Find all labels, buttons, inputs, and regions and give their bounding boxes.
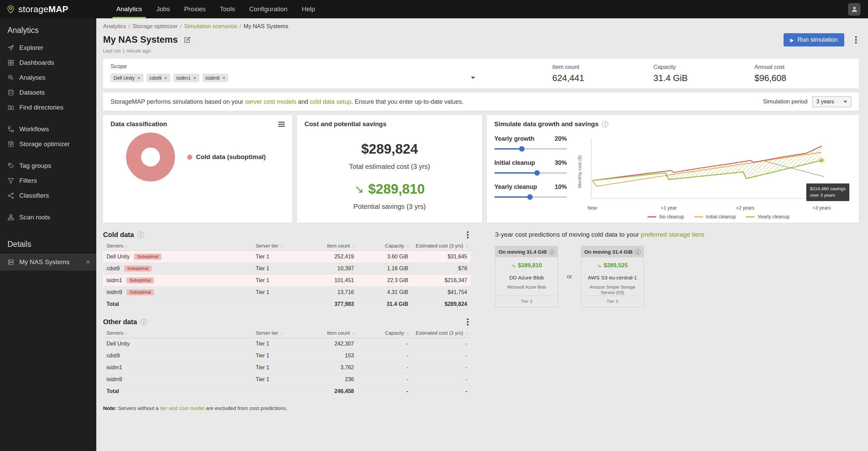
breadcrumb-analytics[interactable]: Analytics [103, 23, 126, 30]
storage-optimizer-icon [7, 141, 14, 148]
scope-tag-chip[interactable]: isidm9× [202, 74, 229, 82]
prediction-tier: Tier 3 [581, 296, 644, 307]
other-data-kebab-menu[interactable] [465, 318, 471, 326]
page-kebab-menu[interactable] [853, 36, 859, 43]
remove-tag-icon[interactable]: × [222, 75, 225, 81]
sidebar-item-storage-optimizer[interactable]: Storage optimizer [0, 137, 96, 152]
user-menu-button[interactable] [848, 3, 861, 16]
nav-proxies[interactable]: Proxies [177, 0, 213, 18]
table-row[interactable]: cdot9 Tier 1 153 - - [103, 350, 471, 362]
sort-icon: ↑ [125, 244, 127, 249]
run-simulation-button[interactable]: ▶ Run simulation [784, 33, 844, 46]
sidebar-item-filters[interactable]: Filters [0, 173, 96, 188]
nav-analytics[interactable]: Analytics [109, 0, 149, 18]
cold-data-setup-link[interactable]: cold data setup [310, 98, 351, 105]
sidebar-item-my-nas-systems[interactable]: My NAS Systems × [0, 254, 96, 271]
tier-cost-model-link[interactable]: tier and cost model [160, 405, 204, 411]
storagemap-logo[interactable]: storageMAP [6, 4, 95, 15]
column-header[interactable]: Item count↑↓ [303, 241, 357, 251]
scope-tag-chip[interactable]: cdot9× [146, 74, 170, 82]
preferred-storage-tiers-link[interactable]: preferred storage tiers [641, 231, 704, 238]
sidebar-item-explorer[interactable]: Explorer [0, 40, 96, 55]
slider-thumb[interactable] [527, 194, 533, 200]
prediction-card-azure[interactable]: On moving 31.4 GiBi ↘$289,810 DD Azure B… [495, 246, 558, 308]
info-icon[interactable]: i [602, 121, 608, 128]
logo-text: storageMAP [18, 4, 68, 15]
close-icon[interactable]: × [86, 258, 90, 267]
table-row[interactable]: cdot9Suboptimal Tier 1 10,397 1.16 GiB $… [103, 263, 471, 275]
breadcrumb: Analytics/Storage optimizer/Simulation s… [103, 23, 859, 30]
cold-data-kebab-menu[interactable] [465, 231, 471, 238]
sidebar-item-scan-roots[interactable]: Scan roots [0, 210, 96, 225]
cold-data-table: Servers↑Server tier↑↓Item count↑↓Capacit… [103, 241, 471, 310]
chevron-down-icon[interactable] [471, 77, 475, 79]
scope-selector[interactable]: Scope Dell Unity×cdot9×isidm1×isidm9× [111, 63, 475, 82]
scope-tag-chip[interactable]: isidm1× [173, 74, 199, 82]
sidebar-item-tag-groups[interactable]: Tag groups [0, 158, 96, 173]
legend-no-cleanup[interactable]: No cleanup [648, 214, 684, 219]
slider-track[interactable] [494, 172, 567, 174]
map-pin-icon [6, 5, 15, 14]
column-header[interactable]: Estimated cost (3 yrs)↑↓ [412, 241, 471, 251]
info-icon[interactable]: i [549, 249, 555, 255]
sidebar-item-workflows[interactable]: Workflows [0, 122, 96, 137]
breadcrumb-separator: / [240, 23, 241, 30]
info-icon[interactable]: i [635, 249, 640, 255]
prediction-card-aws[interactable]: On moving 31.4 GiBi ↘$289,525 AWS S3 eu-… [581, 246, 644, 308]
x-tick: Now [588, 205, 597, 211]
scope-tag-chip[interactable]: Dell Unity× [111, 74, 143, 82]
metric-value: 624,441 [552, 73, 653, 83]
notice-bar: StorageMAP performs simulations based on… [103, 93, 859, 111]
remove-tag-icon[interactable]: × [164, 75, 167, 81]
sidebar-item-find-directories[interactable]: Find directories [0, 100, 96, 115]
slider-value: 10% [555, 183, 567, 191]
column-header[interactable]: Item count↑↓ [303, 328, 357, 338]
column-header[interactable]: Server tier↑↓ [252, 241, 303, 251]
info-icon[interactable]: i [141, 319, 147, 325]
table-row[interactable]: isidm9Suboptimal Tier 1 13,716 4.31 GiB … [103, 287, 471, 298]
nav-jobs[interactable]: Jobs [149, 0, 177, 18]
slider-label: Initial cleanup [494, 159, 535, 166]
table-row[interactable]: Dell UnitySuboptimal Tier 1 252,419 3.60… [103, 251, 471, 263]
column-header[interactable]: Capacity↑↓ [357, 241, 412, 251]
sidebar-item-analyses[interactable]: Analyses [0, 70, 96, 85]
column-header[interactable]: Estimated cost (3 yrs)↑↓ [412, 328, 471, 338]
breadcrumb-simulation-scenarios[interactable]: Simulation scenarios [184, 23, 237, 30]
server-cost-models-link[interactable]: server cost models [245, 98, 296, 105]
column-header[interactable]: Capacity↑↓ [357, 328, 412, 338]
slider-track[interactable] [494, 196, 567, 198]
column-header[interactable]: Server tier↑↓ [252, 328, 303, 338]
sidebar-item-datasets[interactable]: Datasets [0, 85, 96, 100]
nav-tools[interactable]: Tools [213, 0, 242, 18]
edit-icon[interactable] [183, 36, 191, 44]
slider-thumb[interactable] [534, 170, 540, 176]
remove-tag-icon[interactable]: × [137, 75, 140, 81]
top-navigation: Analytics Jobs Proxies Tools Configurati… [109, 0, 322, 18]
x-tick: +1 year [661, 205, 677, 211]
remove-tag-icon[interactable]: × [193, 75, 196, 81]
legend-initial-cleanup[interactable]: Initial cleanup [694, 214, 736, 219]
simulation-period-select[interactable]: 3 years [812, 96, 851, 107]
donut-legend[interactable]: Cold data (suboptimal) [187, 153, 266, 161]
sidebar-group-workflows: Workflows Storage optimizer [0, 122, 96, 152]
nav-configuration[interactable]: Configuration [242, 0, 295, 18]
nav-help[interactable]: Help [295, 0, 322, 18]
table-row[interactable]: isidm1Suboptimal Tier 1 101,451 22.3 GiB… [103, 275, 471, 287]
sidebar-item-classifiers[interactable]: Classifiers [0, 188, 96, 203]
table-row[interactable]: Dell Unity Tier 1 242,307 - - [103, 338, 471, 350]
column-header[interactable]: Servers↑ [103, 241, 252, 251]
sidebar-item-dashboards[interactable]: Dashboards [0, 55, 96, 70]
slider-thumb[interactable] [519, 146, 525, 152]
slider-label: Yearly growth [494, 135, 534, 142]
slider-track[interactable] [494, 148, 567, 150]
sort-icon: ↑↓ [406, 331, 408, 336]
legend-yearly-cleanup[interactable]: Yearly cleanup [746, 214, 790, 219]
chart-menu-button[interactable] [278, 121, 285, 128]
info-icon[interactable]: i [138, 232, 144, 238]
table-row[interactable]: isidm1 Tier 1 3,762 - - [103, 362, 471, 374]
sort-icon: ↑↓ [352, 331, 354, 336]
breadcrumb-storage-optimizer[interactable]: Storage optimizer [133, 23, 178, 30]
table-row[interactable]: isidm9 Tier 1 236 - - [103, 374, 471, 386]
simulation-period-label: Simulation period [763, 98, 807, 105]
column-header[interactable]: Servers↑ [103, 328, 252, 338]
